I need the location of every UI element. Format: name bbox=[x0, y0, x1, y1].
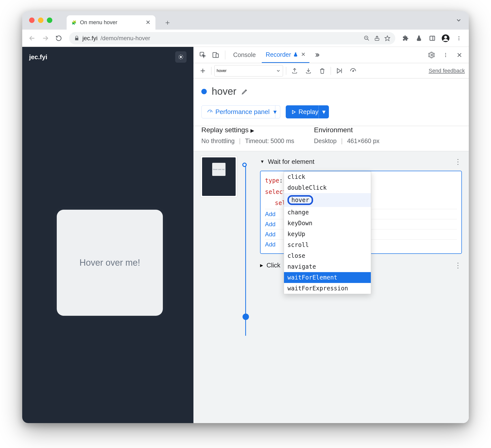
demo-hover-card[interactable]: Hover over me! bbox=[57, 210, 163, 316]
gauge-icon bbox=[207, 109, 213, 115]
maximize-window-button[interactable] bbox=[47, 18, 52, 23]
step-menu-icon[interactable]: ⋮ bbox=[454, 261, 462, 269]
svg-rect-25 bbox=[216, 54, 218, 57]
favicon-icon: 🧩 bbox=[72, 20, 76, 25]
more-tabs-icon[interactable] bbox=[311, 50, 322, 60]
url-domain: jec.fyi bbox=[82, 35, 97, 42]
content-split: jec.fyi Hover over me! Console Recorder … bbox=[22, 47, 469, 423]
device-toolbar-icon[interactable] bbox=[210, 50, 221, 60]
step-editor: type: selectors sel Add Add Add Add clic… bbox=[260, 171, 462, 254]
side-panel-icon[interactable] bbox=[427, 33, 438, 44]
theme-toggle-button[interactable] bbox=[175, 51, 187, 63]
delete-icon[interactable] bbox=[317, 65, 328, 76]
tab-console[interactable]: Console bbox=[229, 47, 260, 63]
import-icon[interactable] bbox=[303, 65, 314, 76]
devtools-menu-icon[interactable] bbox=[440, 50, 451, 60]
svg-marker-38 bbox=[292, 110, 295, 113]
window-controls bbox=[29, 18, 52, 23]
svg-line-37 bbox=[210, 111, 211, 112]
step-menu-icon[interactable]: ⋮ bbox=[454, 158, 462, 166]
replay-button[interactable]: Replay bbox=[286, 105, 324, 118]
chevron-down-icon bbox=[276, 68, 281, 73]
add-button[interactable]: Add bbox=[265, 231, 276, 238]
tab-close-icon[interactable]: ✕ bbox=[301, 51, 305, 58]
ac-item-change[interactable]: change bbox=[284, 207, 371, 218]
browser-tab[interactable]: 🧩 On menu hover ✕ bbox=[67, 15, 155, 30]
omnibox-actions bbox=[364, 35, 390, 41]
sun-icon bbox=[178, 54, 184, 60]
step-wait-for-element[interactable]: ▼ Wait for element ⋮ bbox=[260, 156, 462, 168]
ac-item-close[interactable]: close bbox=[284, 250, 371, 261]
tab-close-button[interactable]: ✕ bbox=[146, 19, 151, 26]
devtools-tab-bar: Console Recorder ✕ bbox=[193, 47, 469, 63]
svg-point-12 bbox=[458, 38, 459, 39]
devtools-close-icon[interactable] bbox=[454, 50, 465, 60]
add-button[interactable]: Add bbox=[265, 211, 276, 218]
svg-line-21 bbox=[179, 58, 180, 59]
devtools-panel: Console Recorder ✕ hover bbox=[193, 47, 469, 423]
demo-hover-text: Hover over me! bbox=[79, 258, 140, 268]
forward-button[interactable] bbox=[40, 33, 51, 44]
svg-point-10 bbox=[444, 36, 447, 38]
settings-gear-icon[interactable] bbox=[426, 50, 437, 60]
ac-item-waitforexpression[interactable]: waitForExpression bbox=[284, 283, 371, 294]
ac-item-click[interactable]: click bbox=[284, 171, 371, 182]
recording-name-field[interactable]: hover bbox=[214, 65, 283, 76]
labs-icon[interactable] bbox=[414, 33, 424, 44]
browser-window: 🧩 On menu hover ✕ ＋ jec.fyi/demo/menu-ho… bbox=[22, 11, 469, 423]
zoom-out-icon[interactable] bbox=[364, 35, 370, 41]
svg-point-27 bbox=[445, 53, 446, 54]
rename-icon[interactable] bbox=[241, 88, 248, 95]
new-tab-button[interactable]: ＋ bbox=[160, 16, 175, 30]
lock-icon bbox=[74, 36, 79, 41]
expand-caret-icon: ▶ bbox=[260, 263, 263, 268]
extensions-icon[interactable] bbox=[400, 33, 411, 44]
ac-item-keyup[interactable]: keyUp bbox=[284, 229, 371, 240]
chrome-menu-icon[interactable] bbox=[453, 33, 464, 44]
ac-item-keydown[interactable]: keyDown bbox=[284, 218, 371, 229]
svg-point-11 bbox=[458, 36, 459, 37]
svg-point-14 bbox=[180, 56, 182, 58]
tabs-dropdown-icon[interactable] bbox=[455, 17, 462, 23]
add-button[interactable]: Add bbox=[265, 241, 276, 248]
timeline-dot-2 bbox=[243, 314, 249, 320]
ac-item-navigate[interactable]: navigate bbox=[284, 261, 371, 272]
svg-point-13 bbox=[458, 39, 459, 40]
bookmark-star-icon[interactable] bbox=[384, 35, 390, 41]
svg-line-22 bbox=[182, 55, 183, 56]
url-toolbar: jec.fyi/demo/menu-hover bbox=[22, 30, 469, 47]
slow-replay-icon[interactable] bbox=[348, 65, 359, 76]
tab-title: On menu hover bbox=[80, 19, 142, 26]
add-button[interactable]: Add bbox=[265, 221, 276, 228]
inspect-element-icon[interactable] bbox=[197, 50, 208, 60]
ac-item-scroll[interactable]: scroll bbox=[284, 240, 371, 250]
export-icon[interactable] bbox=[289, 65, 300, 76]
performance-panel-button[interactable]: Performance panel bbox=[201, 105, 275, 118]
new-recording-button[interactable] bbox=[197, 65, 208, 76]
back-button[interactable] bbox=[27, 33, 38, 44]
minimize-window-button[interactable] bbox=[38, 18, 43, 23]
env-size: 461×660 px bbox=[347, 137, 379, 145]
profile-avatar[interactable] bbox=[440, 33, 451, 44]
perf-panel-caret[interactable]: ▾ bbox=[270, 105, 280, 118]
svg-line-19 bbox=[179, 55, 180, 56]
reload-button[interactable] bbox=[53, 33, 64, 44]
timeout-value: Timeout: 5000 ms bbox=[245, 137, 294, 145]
settings-row: Replay settings ▶ No throttling | Timeou… bbox=[193, 126, 469, 151]
replay-caret[interactable]: ▾ bbox=[319, 105, 329, 118]
tab-recorder[interactable]: Recorder ✕ bbox=[262, 47, 309, 63]
share-icon[interactable] bbox=[374, 35, 380, 41]
recorder-toolbar: hover Send feedback bbox=[193, 63, 469, 78]
step-into-icon[interactable] bbox=[334, 65, 345, 76]
ac-item-doubleclick[interactable]: doubleClick bbox=[284, 182, 371, 193]
ac-item-hover[interactable]: hover bbox=[284, 193, 371, 207]
address-bar[interactable]: jec.fyi/demo/menu-hover bbox=[69, 32, 395, 44]
recording-title: hover bbox=[212, 86, 236, 97]
svg-point-29 bbox=[445, 56, 446, 57]
step-thumbnail[interactable]: Hover over me! bbox=[200, 156, 237, 198]
replay-settings-toggle[interactable]: Replay settings ▶ bbox=[201, 126, 294, 134]
send-feedback-link[interactable]: Send feedback bbox=[429, 68, 465, 74]
site-brand[interactable]: jec.fyi bbox=[29, 53, 47, 61]
ac-item-waitforelement[interactable]: waitForElement bbox=[284, 272, 371, 283]
close-window-button[interactable] bbox=[29, 18, 35, 23]
